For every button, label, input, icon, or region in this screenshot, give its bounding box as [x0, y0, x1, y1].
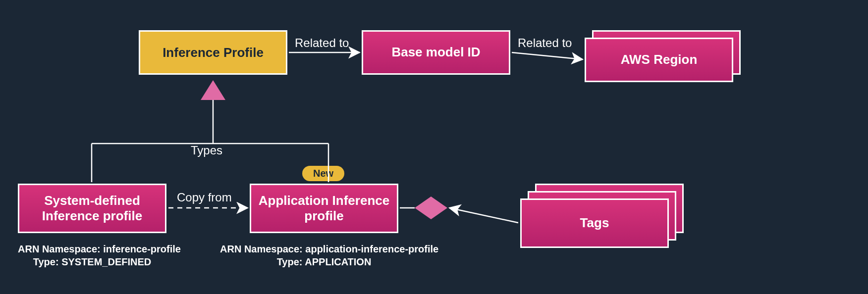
edge-label-types: Types [191, 144, 222, 157]
node-system-defined: System-defined Inference profile [18, 184, 166, 233]
node-label: Tags [580, 215, 609, 231]
node-label: System-defined Inference profile [42, 193, 142, 224]
generalization-triangle-icon [201, 80, 225, 100]
meta-system-defined: ARN Namespace: inference-profile Type: S… [18, 243, 166, 268]
node-tags: Tags [520, 198, 669, 248]
meta-application: ARN Namespace: application-inference-pro… [220, 243, 428, 268]
node-label: Inference Profile [163, 45, 264, 60]
meta-line: ARN Namespace: inference-profile [18, 243, 166, 255]
meta-line: Type: APPLICATION [220, 255, 428, 268]
aggregation-diamond-icon [415, 196, 447, 219]
node-label: Base model ID [391, 45, 480, 60]
node-inference-profile: Inference Profile [139, 30, 287, 75]
edge-label-copy-from: Copy from [177, 191, 232, 204]
edge-label-related-to-2: Related to [518, 36, 572, 50]
node-aws-region: AWS Region [585, 38, 733, 82]
edge-label-related-to-1: Related to [295, 36, 349, 50]
badge-label: New [313, 168, 333, 179]
node-application-inference: Application Inference profile [250, 184, 398, 233]
meta-line: ARN Namespace: application-inference-pro… [220, 243, 428, 255]
badge-new: New [302, 166, 344, 181]
node-base-model-id: Base model ID [362, 30, 510, 75]
node-label: Application Inference profile [259, 193, 389, 224]
node-label: AWS Region [621, 52, 698, 67]
diagram-stage: Inference Profile Base model ID AWS Regi… [0, 0, 868, 294]
edge-basemodel-to-region [512, 52, 583, 59]
meta-line: Type: SYSTEM_DEFINED [18, 255, 166, 268]
edge-tags-to-app [449, 208, 518, 223]
